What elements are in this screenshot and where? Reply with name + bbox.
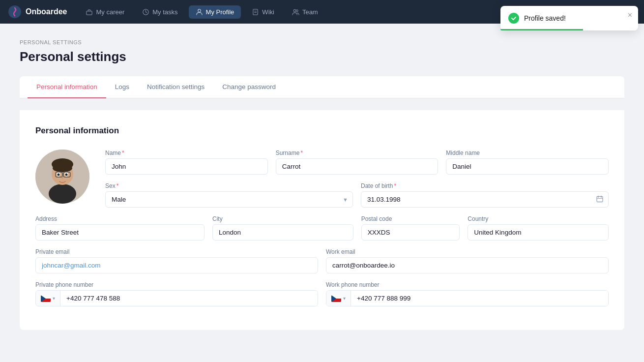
brand-logo-icon bbox=[8, 5, 22, 19]
work-phone-field-group: Work phone number ▾ bbox=[326, 281, 609, 306]
card-title: Personal information bbox=[35, 126, 609, 136]
dob-label: Date of birth* bbox=[361, 182, 609, 189]
svg-point-17 bbox=[65, 174, 68, 176]
sex-label: Sex* bbox=[105, 182, 353, 189]
brand: Onboardee bbox=[8, 5, 67, 19]
postal-input[interactable] bbox=[361, 224, 460, 241]
postal-field-group: Postal code bbox=[361, 215, 460, 241]
private-phone-field-group: Private phone number ▾ bbox=[35, 281, 318, 306]
tasks-icon bbox=[142, 8, 149, 16]
surname-input[interactable] bbox=[276, 158, 439, 175]
phone-row: Private phone number ▾ Work phone number bbox=[35, 281, 609, 306]
wiki-icon bbox=[252, 8, 259, 16]
svg-point-3 bbox=[198, 9, 201, 12]
czech-flag-icon-2 bbox=[331, 295, 341, 302]
tab-notification-settings[interactable]: Notification settings bbox=[138, 76, 213, 98]
phone-flag-chevron-icon-2: ▾ bbox=[343, 296, 346, 301]
tab-change-password[interactable]: Change password bbox=[213, 76, 285, 98]
work-phone-label: Work phone number bbox=[326, 281, 609, 288]
page-wrapper: PERSONAL SETTINGS Personal settings Pers… bbox=[0, 24, 644, 346]
svg-point-13 bbox=[53, 164, 72, 172]
toast-success-icon bbox=[508, 13, 519, 24]
email-row: Private email Work email bbox=[35, 248, 609, 273]
dob-field-group: Date of birth* bbox=[361, 182, 609, 208]
profile-icon bbox=[196, 8, 203, 16]
private-phone-input-wrapper: ▾ bbox=[35, 290, 318, 306]
sex-select-wrapper: Male Female Other ▼ bbox=[105, 191, 353, 208]
svg-point-7 bbox=[293, 9, 296, 12]
nav-team[interactable]: Team bbox=[285, 5, 325, 19]
toast-progress-bar bbox=[500, 29, 583, 30]
avatar[interactable] bbox=[35, 150, 89, 204]
city-field-group: City bbox=[212, 215, 353, 241]
avatar-column bbox=[35, 150, 89, 215]
work-email-field-group: Work email bbox=[326, 248, 609, 273]
sex-dob-row: Sex* Male Female Other ▼ bbox=[105, 182, 609, 208]
private-phone-label: Private phone number bbox=[35, 281, 318, 288]
form-section: Name* Surname* Middle name bbox=[35, 150, 609, 215]
private-email-input[interactable] bbox=[35, 257, 318, 273]
toast-close-button[interactable]: × bbox=[628, 11, 632, 20]
city-input[interactable] bbox=[212, 224, 353, 241]
name-field-group: Name* bbox=[105, 150, 268, 175]
work-phone-input[interactable] bbox=[351, 291, 608, 306]
nav-my-tasks[interactable]: My tasks bbox=[135, 5, 184, 19]
surname-label: Surname* bbox=[276, 150, 439, 156]
middle-name-label: Middle name bbox=[446, 150, 609, 156]
fields-column: Name* Surname* Middle name bbox=[105, 150, 609, 215]
briefcase-icon bbox=[86, 8, 93, 16]
team-icon bbox=[292, 8, 299, 16]
work-phone-flag[interactable]: ▾ bbox=[326, 291, 351, 306]
checkmark-icon bbox=[511, 15, 517, 21]
phone-flag-chevron-icon: ▾ bbox=[53, 296, 55, 301]
dob-input[interactable] bbox=[361, 191, 609, 208]
toast-notification: Profile saved! × bbox=[500, 6, 638, 30]
nav-my-career[interactable]: My career bbox=[79, 5, 131, 19]
name-label: Name* bbox=[105, 150, 268, 156]
private-email-label: Private email bbox=[35, 248, 318, 255]
private-phone-input[interactable] bbox=[60, 291, 318, 306]
toast-message: Profile saved! bbox=[524, 14, 566, 22]
address-row: Address City Postal code Country bbox=[35, 215, 609, 241]
address-field-group: Address bbox=[35, 215, 205, 241]
private-phone-flag[interactable]: ▾ bbox=[36, 291, 60, 306]
svg-rect-1 bbox=[87, 11, 92, 15]
middle-name-input[interactable] bbox=[446, 158, 609, 175]
avatar-image bbox=[35, 150, 89, 204]
sex-field-group: Sex* Male Female Other ▼ bbox=[105, 182, 353, 208]
czech-flag-icon bbox=[41, 295, 51, 302]
work-email-input[interactable] bbox=[326, 257, 609, 273]
country-input[interactable] bbox=[468, 224, 609, 241]
address-label: Address bbox=[35, 215, 205, 222]
tabs-container: Personal information Logs Notification s… bbox=[20, 76, 624, 98]
page-title: Personal settings bbox=[20, 49, 624, 64]
postal-label: Postal code bbox=[361, 215, 460, 222]
brand-name: Onboardee bbox=[26, 7, 67, 16]
nav-my-profile[interactable]: My Profile bbox=[189, 5, 241, 19]
tab-personal-information[interactable]: Personal information bbox=[28, 76, 106, 98]
private-email-field-group: Private email bbox=[35, 248, 318, 273]
work-phone-input-wrapper: ▾ bbox=[326, 290, 609, 306]
country-label: Country bbox=[468, 215, 609, 222]
personal-info-card: Personal information bbox=[20, 110, 624, 330]
dob-date-wrapper bbox=[361, 191, 609, 208]
svg-point-8 bbox=[296, 9, 298, 11]
breadcrumb: PERSONAL SETTINGS bbox=[20, 39, 624, 45]
address-input[interactable] bbox=[35, 224, 205, 241]
tab-logs[interactable]: Logs bbox=[106, 76, 138, 98]
city-label: City bbox=[212, 215, 353, 222]
sex-select[interactable]: Male Female Other bbox=[105, 191, 353, 208]
svg-rect-4 bbox=[253, 9, 258, 14]
middle-name-field-group: Middle name bbox=[446, 150, 609, 175]
name-input[interactable] bbox=[105, 158, 268, 175]
country-field-group: Country bbox=[468, 215, 609, 241]
work-email-label: Work email bbox=[326, 248, 609, 255]
svg-point-16 bbox=[58, 174, 60, 176]
svg-point-10 bbox=[49, 184, 76, 204]
nav-wiki[interactable]: Wiki bbox=[245, 5, 281, 19]
surname-field-group: Surname* bbox=[276, 150, 439, 175]
name-row: Name* Surname* Middle name bbox=[105, 150, 609, 175]
